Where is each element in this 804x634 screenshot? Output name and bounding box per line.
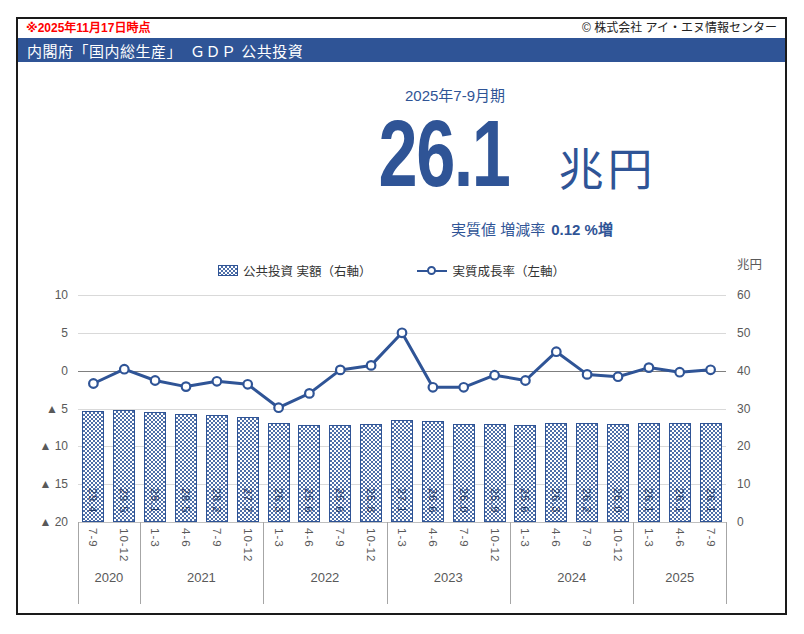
x-axis-year-label: 2022 (310, 570, 339, 585)
x-axis-quarter-label: 1-3 (149, 528, 161, 548)
line-data-point (583, 370, 592, 379)
right-axis-tick: 40 (737, 363, 771, 379)
growth-rate-line (78, 263, 726, 523)
x-axis-quarter-label: 7-9 (211, 528, 223, 548)
x-axis-quarter-label: 4-6 (427, 528, 439, 548)
line-data-point (552, 347, 561, 356)
x-axis-quarter-label: 1-3 (519, 528, 531, 548)
page-title: 内閣府「国内総生産」 ＧＤＰ 公共投資 (27, 40, 303, 61)
line-data-point (89, 379, 98, 388)
line-data-point (336, 366, 345, 375)
year-separator (263, 522, 264, 604)
line-data-point (398, 329, 407, 338)
line-data-point (367, 361, 376, 370)
right-axis-tick: 0 (737, 514, 771, 530)
x-axis-quarter-label: 1-3 (396, 528, 408, 548)
left-axis-tick: ▲ 10 (18, 438, 68, 454)
right-axis-tick: 60 (737, 287, 771, 303)
left-axis-tick: 0 (18, 363, 68, 379)
line-data-point (459, 383, 468, 392)
right-axis-tick: 20 (737, 438, 771, 454)
x-axis-quarter-label: 4-6 (303, 528, 315, 548)
x-axis-year-label: 2024 (557, 570, 586, 585)
right-axis-tick: 10 (737, 476, 771, 492)
line-data-point (521, 376, 530, 385)
combo-chart: 1060550040▲ 530▲ 1020▲ 1510▲ 20029.429.5… (18, 62, 785, 613)
left-axis-tick: 10 (18, 287, 68, 303)
line-data-point (675, 368, 684, 377)
copyright: © 株式会社 アイ・エヌ情報センター (582, 19, 777, 38)
line-data-point (429, 383, 438, 392)
left-axis-tick: ▲ 5 (18, 401, 68, 417)
line-data-point (243, 380, 252, 389)
left-axis-tick: 5 (18, 325, 68, 341)
line-data-point (305, 389, 314, 398)
x-axis-quarter-label: 1-3 (273, 528, 285, 548)
year-separator (726, 522, 727, 604)
x-axis-quarter-label: 4-6 (674, 528, 686, 548)
line-data-point (614, 372, 623, 381)
line-data-point (213, 377, 222, 386)
x-axis-quarter-label: 10-12 (612, 528, 624, 562)
line-data-point (182, 382, 191, 391)
x-axis-quarter-label: 1-3 (643, 528, 655, 548)
right-axis-tick: 30 (737, 401, 771, 417)
x-axis-quarter-label: 4-6 (180, 528, 192, 548)
line-data-point (645, 363, 654, 372)
x-axis-quarter-label: 10-12 (489, 528, 501, 562)
x-axis-quarter-label: 7-9 (705, 528, 717, 548)
x-axis-quarter-label: 7-9 (334, 528, 346, 548)
top-bar: ※2025年11月17日時点 © 株式会社 アイ・エヌ情報センター (18, 19, 785, 38)
year-separator (387, 522, 388, 604)
line-data-point (151, 376, 160, 385)
x-axis-quarter-label: 4-6 (550, 528, 562, 548)
dashboard-frame: ※2025年11月17日時点 © 株式会社 アイ・エヌ情報センター 内閣府「国内… (16, 17, 787, 615)
x-axis-year-label: 2021 (187, 570, 216, 585)
year-separator (510, 522, 511, 604)
left-axis-tick: ▲ 20 (18, 514, 68, 530)
x-axis-quarter-label: 10-12 (365, 528, 377, 562)
x-axis-quarter-label: 10-12 (118, 528, 130, 562)
right-axis-tick: 50 (737, 325, 771, 341)
title-bar: 内閣府「国内総生産」 ＧＤＰ 公共投資 (18, 38, 785, 62)
chart-card: 2025年7-9月期 26.1 兆円 実質値 増減率0.12 %増 公共投資 実… (18, 62, 785, 613)
x-axis-year-label: 2020 (94, 570, 123, 585)
line-data-point (274, 403, 283, 412)
year-separator (633, 522, 634, 604)
x-axis-quarter-label: 7-9 (458, 528, 470, 548)
x-axis-year-label: 2025 (665, 570, 694, 585)
year-separator (140, 522, 141, 604)
x-axis-quarter-label: 7-9 (87, 528, 99, 548)
line-data-point (490, 371, 499, 380)
x-axis-quarter-label: 10-12 (242, 528, 254, 562)
line-data-point (706, 366, 715, 375)
date-note: ※2025年11月17日時点 (26, 19, 150, 38)
year-separator (78, 522, 79, 604)
line-data-point (120, 365, 129, 374)
page: ※2025年11月17日時点 © 株式会社 アイ・エヌ情報センター 内閣府「国内… (0, 0, 804, 634)
x-axis-year-label: 2023 (434, 570, 463, 585)
x-axis-quarter-label: 7-9 (581, 528, 593, 548)
left-axis-tick: ▲ 15 (18, 476, 68, 492)
